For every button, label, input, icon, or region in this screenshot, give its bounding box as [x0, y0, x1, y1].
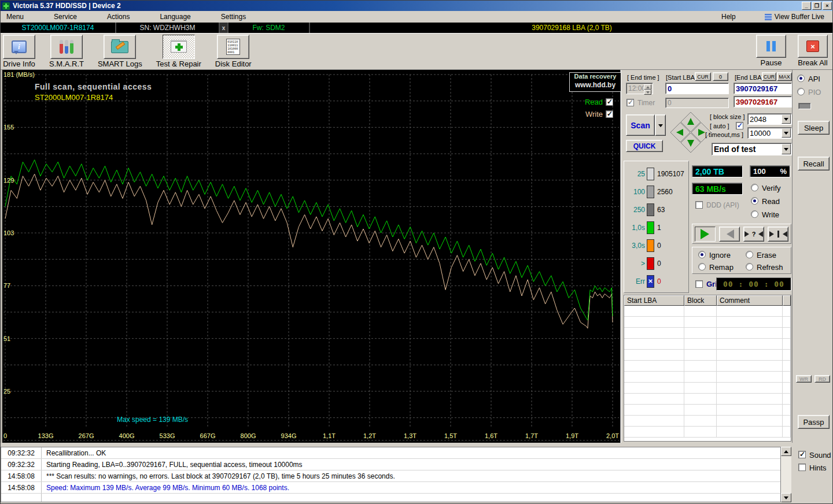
menu-view-buffer-live[interactable]: View Buffer Live [775, 12, 830, 22]
mode-verify-radio[interactable] [751, 184, 758, 191]
seek-end-button[interactable] [768, 227, 788, 242]
write-checkbox[interactable] [606, 110, 613, 118]
mode-write-radio[interactable] [751, 210, 758, 218]
auto-checkbox[interactable] [736, 122, 743, 129]
table-row[interactable] [624, 372, 791, 383]
table-row[interactable] [624, 361, 791, 372]
rd-button[interactable]: RD [814, 375, 830, 383]
smart-button[interactable]: S.M.A.R.T [49, 35, 84, 68]
break-all-button[interactable]: × Break All [798, 35, 828, 67]
infobar-close-button[interactable]: x [220, 23, 228, 33]
end-of-test-combo[interactable]: End of test [712, 143, 792, 155]
chevron-down-icon[interactable] [782, 128, 791, 138]
scan-button[interactable]: Scan [626, 114, 655, 136]
scroll-up-button[interactable] [781, 447, 791, 456]
smart-logs-button[interactable]: SMART Logs [98, 35, 142, 68]
timeout-combo[interactable]: 10000 [747, 127, 792, 139]
log-row[interactable]: 14:58:08*** Scan results: no warnings, n… [1, 470, 780, 482]
hints-label: Hints [809, 464, 827, 472]
timer-checkbox[interactable] [626, 99, 634, 106]
backward-button[interactable] [719, 227, 740, 242]
stat-row-3,0s: 3,0s0 [624, 236, 688, 254]
table-row[interactable] [624, 416, 791, 427]
table-row[interactable] [624, 350, 791, 361]
quick-button[interactable]: QUICK [626, 140, 663, 152]
view-buffer-icon [765, 14, 772, 20]
test-repair-button[interactable]: Test & Repair [156, 35, 201, 68]
end-time-spin-up[interactable] [644, 84, 651, 90]
end-time-field[interactable]: 12:00 [626, 83, 653, 94]
chevron-down-icon[interactable] [782, 114, 791, 124]
timer-field[interactable]: 0 [665, 98, 729, 108]
end-time-spin-down[interactable] [644, 90, 651, 95]
y-tick-label: 77 [3, 282, 10, 289]
grid-checkbox[interactable] [695, 280, 703, 288]
end-lba-input[interactable]: 3907029167 [734, 83, 792, 94]
chevron-down-icon[interactable] [782, 144, 791, 154]
action-refresh-radio[interactable] [746, 263, 753, 270]
hints-checkbox[interactable] [798, 464, 806, 471]
table-row[interactable] [624, 306, 791, 317]
passp-button[interactable]: Passp [798, 415, 830, 429]
log-scrollbar[interactable] [781, 447, 791, 502]
menu-item-menu[interactable]: Menu [1, 12, 30, 22]
scan-graph: 181 (MB/s)1551291037751250133G267G400G53… [1, 70, 621, 443]
col-comment[interactable]: Comment [717, 295, 783, 306]
sound-checkbox[interactable] [798, 451, 806, 458]
log-row[interactable]: 09:32:32Recallibration... OK [1, 447, 780, 459]
block-size-combo[interactable]: 2048 [747, 113, 792, 125]
drive-serial[interactable]: SN: WDZHWH3M [116, 23, 220, 33]
ddd-checkbox[interactable] [695, 201, 703, 209]
wr-button[interactable]: WR [796, 375, 812, 383]
action-remap-radio[interactable] [698, 263, 706, 270]
close-button[interactable]: × [823, 2, 832, 10]
drive-info-button[interactable]: i Drive Info [3, 35, 35, 68]
log-row[interactable]: 14:58:08Speed: Maximum 139 MB/s. Average… [1, 482, 780, 494]
end-lba-max-button[interactable]: MAX [777, 72, 792, 81]
timer-label: Timer [637, 99, 655, 107]
table-row[interactable] [624, 394, 791, 405]
mode-read-radio[interactable] [751, 197, 758, 205]
log-row[interactable]: 09:32:32Starting Reading, LBA=0..3907029… [1, 459, 780, 470]
col-start-lba[interactable]: Start LBA [624, 295, 684, 306]
table-row[interactable] [624, 383, 791, 394]
scan-dropdown-button[interactable] [655, 114, 666, 136]
table-row[interactable] [624, 405, 791, 416]
disk-editor-button[interactable]: 010110110011101000 0001 Disk Editor [215, 35, 252, 68]
pio-radio[interactable] [797, 88, 805, 95]
maximize-button[interactable]: ❐ [812, 2, 821, 10]
pause-button[interactable]: Pause [756, 35, 786, 67]
read-checkbox[interactable] [606, 98, 613, 106]
action-refresh-label: Refresh [757, 263, 783, 272]
col-extra [783, 295, 791, 306]
drive-model[interactable]: ST2000LM007-1R8174 [1, 23, 116, 33]
victoria-app-window: Victoria 5.37 HDD/SSD | Device 2 _ ❐ × M… [0, 0, 833, 504]
start-lba-input[interactable]: 0 [665, 83, 729, 94]
action-ignore-radio[interactable] [698, 251, 706, 258]
recall-button[interactable]: Recall [798, 157, 830, 171]
start-scan-button[interactable] [695, 227, 716, 242]
col-block[interactable]: Block [684, 295, 717, 306]
minimize-button[interactable]: _ [802, 2, 811, 10]
menu-item-service[interactable]: Service [48, 12, 83, 22]
menu-item-settings[interactable]: Settings [215, 12, 252, 22]
table-row[interactable] [624, 328, 791, 339]
start-lba-zero-button[interactable]: 0 [713, 72, 728, 81]
end-lba-cur-button[interactable]: CUR [762, 72, 776, 81]
stat-label: 1,0s [625, 224, 645, 232]
sleep-button[interactable]: Sleep [798, 121, 830, 135]
menu-help[interactable]: Help [716, 12, 742, 22]
scroll-down-button[interactable] [781, 493, 791, 502]
stat-row-25: 251905107 [624, 165, 688, 183]
menu-item-language[interactable]: Language [154, 12, 196, 22]
table-row[interactable] [624, 339, 791, 350]
menu-item-actions[interactable]: Actions [101, 12, 135, 22]
table-row[interactable] [624, 317, 791, 328]
api-radio[interactable] [797, 75, 805, 82]
seek-defect-button[interactable]: ? [743, 227, 764, 242]
start-lba-cur-button[interactable]: CUR [695, 72, 711, 81]
table-row[interactable] [624, 427, 791, 438]
drive-firmware[interactable]: Fw: SDM2 [228, 23, 310, 33]
action-erase-radio[interactable] [746, 251, 753, 258]
log-row[interactable] [1, 494, 780, 502]
